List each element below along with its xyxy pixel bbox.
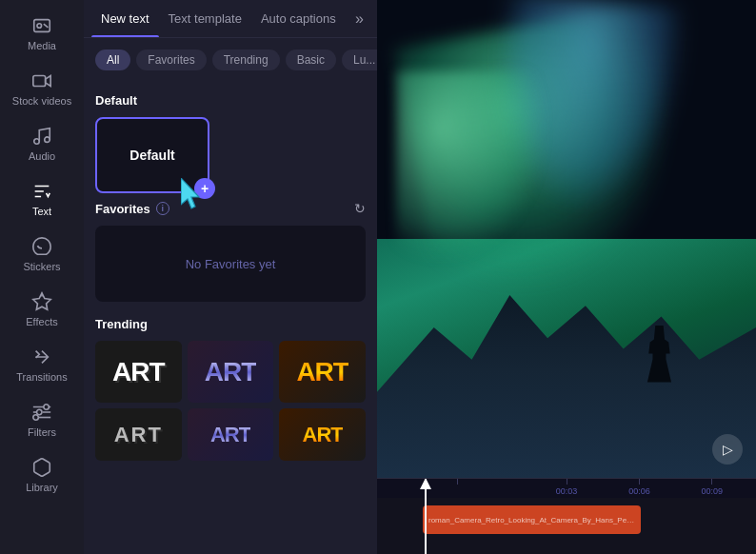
sidebar-label-filters: Filters [28,426,56,438]
favorites-header: Favorites i ↻ [95,201,366,216]
sidebar-label-effects: Effects [26,316,57,327]
sidebar-label-text: Text [32,206,51,217]
stock-icon [31,70,52,91]
svg-rect-2 [33,76,46,87]
playhead[interactable] [425,479,427,554]
svg-point-9 [33,415,39,421]
art-card-5[interactable]: ART [279,408,366,461]
sidebar-label-transitions: Transitions [16,371,67,383]
favorites-section: Favorites i ↻ No Favorites yet [95,201,366,302]
timeline-ruler: 00:03 00:06 00:09 [377,479,756,498]
default-card-wrapper: Default + [95,117,209,193]
track-label: roman_Camera_Retro_Looking_At_Camera_By_… [428,516,635,524]
video-preview-area: ▷ [377,0,756,478]
sidebar-item-audio[interactable]: Audio [6,118,78,169]
content-area: Default Default + Favorites i ↻ No Favor… [84,82,377,554]
ruler-marks: 00:03 00:06 00:09 [385,479,748,496]
right-panel: ▷ 00:03 00:06 00:09 roman_Camera_Retro_L… [377,0,756,554]
tab-more-button[interactable]: » [349,1,369,37]
tab-text-template[interactable]: Text template [159,0,251,37]
aurora-band-3 [396,71,547,263]
favorites-empty-state: No Favorites yet [95,226,366,302]
media-icon [31,15,52,36]
sidebar: Media Stock videos Audio Text Stickers E… [0,0,84,554]
favorites-refresh-button[interactable]: ↻ [354,201,366,216]
filter-lu[interactable]: Lu... [342,49,377,70]
sidebar-label-stickers: Stickers [23,261,60,272]
video-background [377,0,756,478]
svg-point-8 [44,405,50,410]
play-button[interactable]: ▷ [712,434,743,465]
main-panel: New text Text template Auto captions » A… [84,0,377,554]
transitions-icon [31,346,52,367]
filter-bar: All Favorites Trending Basic Lu... ▾ [84,38,377,82]
art-grid: ART ART ART ART ART ART [95,341,366,461]
text-icon [31,181,52,202]
sidebar-label-stock: Stock videos [12,95,71,107]
sidebar-label-library: Library [26,482,58,493]
svg-point-4 [45,137,50,143]
timeline: 00:03 00:06 00:09 roman_Camera_Retro_Loo… [377,478,756,554]
svg-point-3 [34,139,40,145]
art-card-4[interactable]: ART [188,408,274,461]
effects-icon [31,291,52,312]
track-area: roman_Camera_Retro_Looking_At_Camera_By_… [377,498,756,554]
ruler-mark-1: 00:03 [530,479,603,496]
sidebar-label-audio: Audio [29,150,55,162]
trending-section: Trending ART ART ART ART ART ART [95,317,366,461]
favorites-title: Favorites i [95,202,169,216]
art-text-0: ART [112,357,165,387]
filter-basic[interactable]: Basic [286,49,336,70]
sidebar-item-library[interactable]: Library [6,449,78,501]
stickers-icon [31,236,52,257]
tab-new-text[interactable]: New text [91,0,159,37]
sidebar-item-text[interactable]: Text [6,173,78,225]
filters-icon [31,402,52,423]
sidebar-item-stickers[interactable]: Stickers [6,228,78,280]
trending-title: Trending [95,317,366,331]
default-card[interactable]: Default + [95,117,209,193]
favorites-info-icon[interactable]: i [156,202,169,215]
filter-trending[interactable]: Trending [212,49,280,70]
svg-point-1 [37,24,42,29]
art-text-1: ART [205,357,257,387]
art-card-2[interactable]: ART [279,341,366,403]
tabs-bar: New text Text template Auto captions » [84,0,377,38]
sidebar-item-effects[interactable]: Effects [6,284,78,335]
ruler-mark-0 [385,479,530,496]
tab-auto-captions[interactable]: Auto captions [251,0,346,37]
art-text-3: ART [114,423,163,447]
filter-all[interactable]: All [95,49,130,70]
art-card-3[interactable]: ART [95,408,182,461]
art-text-4: ART [210,423,250,447]
sidebar-item-stock-videos[interactable]: Stock videos [6,63,78,114]
ruler-mark-2: 00:06 [603,479,675,496]
art-text-5: ART [303,423,343,447]
sidebar-label-media: Media [28,40,56,51]
sidebar-item-filters[interactable]: Filters [6,394,78,445]
default-section-title: Default [95,93,366,108]
art-card-1[interactable]: ART [188,341,274,403]
sidebar-item-transitions[interactable]: Transitions [6,339,78,390]
filter-favorites[interactable]: Favorites [136,49,206,70]
audio-icon [31,126,52,147]
svg-point-7 [37,409,43,415]
art-card-0[interactable]: ART [95,341,182,403]
art-text-2: ART [296,357,348,387]
video-track[interactable]: roman_Camera_Retro_Looking_At_Camera_By_… [423,505,641,534]
default-card-add-button[interactable]: + [194,178,215,199]
library-icon [31,457,52,478]
sidebar-item-media[interactable]: Media [6,8,78,59]
ruler-mark-3: 00:09 [676,479,748,496]
